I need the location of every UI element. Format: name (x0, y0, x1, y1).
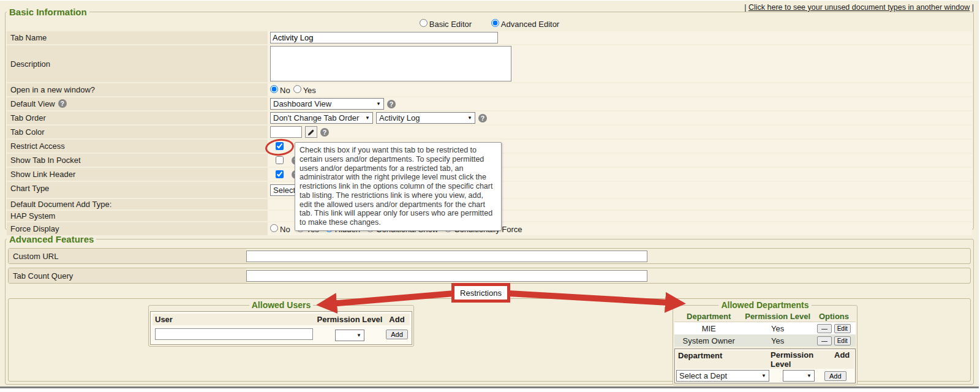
add-department-button[interactable]: Add (824, 371, 846, 381)
add-department-header-row: Department Permission Level Add (676, 350, 854, 369)
department-permission-select[interactable]: ▼ (783, 370, 815, 382)
open-window-yes-label: Yes (303, 86, 316, 95)
force-display-no-label: No (280, 225, 290, 234)
basic-information-legend: Basic Information (7, 7, 89, 17)
allowed-users-legend: Allowed Users (249, 300, 313, 310)
tab-order-mode-select[interactable]: Don't Change Tab Order▼ (270, 112, 373, 124)
help-icon[interactable]: ? (58, 99, 67, 108)
chevron-down-icon: ▼ (467, 115, 472, 121)
force-display-no-radio[interactable] (270, 224, 278, 232)
color-picker-button[interactable] (305, 126, 317, 138)
show-tab-in-pocket-checkbox[interactable] (276, 156, 284, 164)
options-column-header: Options (812, 311, 856, 322)
open-new-window-label: Open in a new window? (7, 83, 268, 96)
tab-order-target-select[interactable]: Activity Log▼ (376, 112, 475, 124)
show-link-header-label: Show Link Header (7, 168, 268, 181)
chevron-down-icon: ▼ (365, 115, 370, 121)
form-row-tab-order: Tab Order Don't Change Tab Order▼ Activi… (7, 111, 972, 124)
department-column-header: Department (676, 350, 771, 369)
remove-department-button[interactable]: — (817, 324, 832, 333)
department-cell: System Owner (674, 334, 743, 347)
default-doc-add-type-label: Default Document Add Type: (7, 199, 268, 209)
help-icon[interactable]: ? (387, 100, 396, 108)
tab-name-label: Tab Name (7, 31, 268, 44)
remove-department-button[interactable]: — (817, 336, 832, 345)
permission-level-column-header: Permission Level (315, 314, 384, 325)
editor-mode-toggle: Basic Editor Advanced Editor (7, 17, 972, 31)
advanced-editor-option[interactable]: Advanced Editor (491, 20, 559, 29)
open-window-yes-option[interactable]: Yes (293, 85, 316, 95)
allowed-users-input-row: ▼ Add (153, 326, 410, 342)
description-textarea[interactable] (270, 46, 511, 81)
default-view-value: Dashboard View (273, 99, 331, 108)
add-user-button[interactable]: Add (386, 330, 408, 339)
force-display-label: Force Display (7, 222, 268, 235)
department-cell: MIE (674, 322, 743, 335)
allowed-users-table: User Permission Level Add ▼ Add (150, 311, 412, 345)
default-view-select[interactable]: Dashboard View▼ (270, 98, 384, 110)
open-window-no-label: No (280, 86, 290, 95)
basic-editor-radio[interactable] (420, 19, 428, 27)
table-row: MIE Yes — Edit (674, 322, 856, 335)
permission-cell: Yes (743, 334, 812, 347)
departments-header-row: Department Permission Level Options (674, 311, 856, 322)
add-department-subpanel: Department Permission Level Add Select a… (674, 349, 856, 383)
basic-editor-option[interactable]: Basic Editor (420, 20, 472, 29)
tab-name-input[interactable] (270, 32, 498, 43)
user-column-header: User (153, 314, 315, 325)
edit-department-button[interactable]: Edit (834, 324, 851, 333)
open-window-no-radio[interactable] (270, 85, 278, 93)
tab-color-input[interactable] (270, 126, 302, 138)
custom-url-label: Custom URL (9, 249, 246, 263)
department-select-value: Select a Dept (679, 371, 727, 380)
allowed-departments-legend: Allowed Departments (718, 300, 811, 310)
tab-color-label: Tab Color (7, 126, 268, 138)
advanced-editor-radio[interactable] (491, 19, 499, 27)
restrict-access-tooltip: Check this box if you want this tab to b… (295, 142, 502, 231)
help-icon[interactable]: ? (320, 128, 329, 137)
tab-order-mode-value: Don't Change Tab Order (273, 113, 359, 123)
custom-url-row: Custom URL (8, 248, 971, 264)
chevron-down-icon: ▼ (761, 373, 766, 379)
show-link-header-checkbox[interactable] (276, 170, 284, 178)
user-input[interactable] (155, 328, 313, 340)
allowed-departments-table: Department Permission Level Options MIE … (674, 311, 856, 347)
department-select[interactable]: Select a Dept▼ (676, 370, 769, 382)
add-column-header: Add (384, 314, 410, 325)
tab-count-query-input[interactable] (246, 270, 647, 282)
open-window-yes-radio[interactable] (293, 85, 301, 93)
allowed-departments-section: Allowed Departments Department Permissio… (673, 300, 858, 385)
form-row-description: Description (7, 45, 972, 82)
advanced-features-legend: Advanced Features (7, 234, 96, 244)
permission-level-column-header: Permission Level (771, 350, 834, 369)
chart-type-value: Select (273, 186, 295, 195)
show-tab-in-pocket-label: Show Tab In Pocket (7, 154, 268, 167)
basic-editor-label: Basic Editor (429, 20, 472, 29)
form-row-tab-color: Tab Color ? (7, 126, 972, 138)
chevron-down-icon: ▼ (376, 101, 381, 107)
add-column-header: Add (834, 350, 854, 369)
chart-type-label: Chart Type (7, 182, 268, 198)
chevron-down-icon: ▼ (356, 333, 361, 338)
advanced-editor-label: Advanced Editor (501, 20, 559, 29)
form-row-default-view: Default View? Dashboard View▼ ? (7, 97, 972, 110)
form-row-open-new-window: Open in a new window? No Yes (7, 83, 972, 96)
eyedropper-icon (307, 129, 315, 136)
advanced-features-section: Advanced Features Custom URL Tab Count Q… (5, 234, 974, 385)
restrictions-annotation: Restrictions (451, 283, 510, 303)
hap-system-label: HAP System (7, 211, 268, 221)
restrictions-panel: Allowed Users User Permission Level Add … (8, 298, 971, 382)
open-window-no-option[interactable]: No (270, 85, 290, 95)
user-permission-select[interactable]: ▼ (335, 330, 364, 341)
force-display-no-option[interactable]: No (270, 224, 290, 234)
form-row-tab-name: Tab Name (7, 31, 972, 44)
tab-count-query-row: Tab Count Query (8, 268, 971, 284)
add-department-input-row: Select a Dept▼ ▼ Add (676, 370, 854, 382)
custom-url-input[interactable] (246, 251, 647, 262)
tab-order-target-value: Activity Log (379, 113, 420, 123)
edit-department-button[interactable]: Edit (834, 336, 851, 345)
allowed-users-header-row: User Permission Level Add (153, 314, 410, 325)
allowed-users-section: Allowed Users User Permission Level Add … (148, 300, 414, 347)
department-column-header: Department (674, 311, 743, 322)
help-icon[interactable]: ? (478, 114, 487, 123)
